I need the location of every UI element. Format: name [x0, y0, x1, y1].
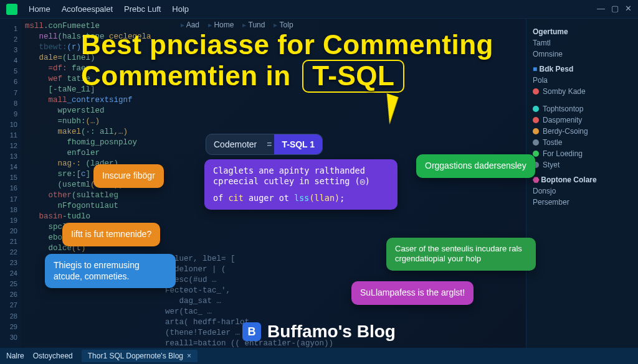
brand-footer: B Buffamo's Blog: [0, 322, 638, 342]
callout-magenta: SuLlampafess is the arglst!: [351, 281, 474, 305]
speech-tail-icon: [378, 93, 399, 124]
brand-icon: B: [242, 322, 261, 341]
headline: Best pnciasse for Commenting Commemtien …: [81, 30, 495, 93]
callout-blue: Thiegis to enremusing atcude, commeties.: [45, 254, 176, 288]
callout-green-bottom: Caser of the senteulis incudare rals crg…: [386, 238, 536, 271]
callout-orange-1: Inscure fibögr: [93, 164, 164, 188]
app-root: Home Acofoeespalet Prebc Luft Holp — ▢ ✕…: [0, 0, 638, 364]
callout-orange-2: Iiftt is fut temnenide?: [62, 223, 160, 246]
code-pill: Codemoter = T-SQL 1: [206, 134, 323, 155]
callout-purple: Claglets ane apinty ralthanded cpreecial…: [204, 159, 398, 210]
tsql-highlight: T-SQL: [302, 60, 404, 93]
callout-green-top: Orggastions dadersensley: [416, 154, 535, 178]
infographic-overlay: Best pnciasse for Commenting Commemtien …: [0, 0, 638, 364]
